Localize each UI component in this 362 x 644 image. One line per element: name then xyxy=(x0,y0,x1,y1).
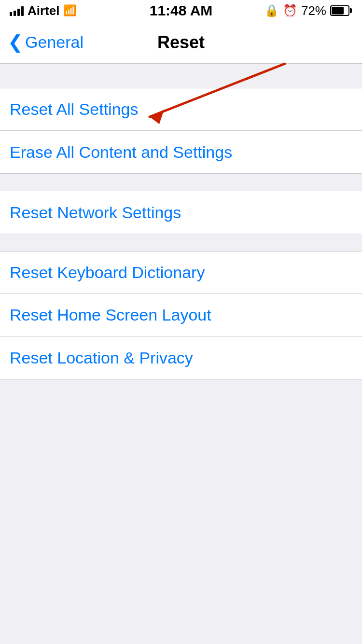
reset-network-label: Reset Network Settings xyxy=(10,203,181,222)
reset-keyboard-item[interactable]: Reset Keyboard Dictionary xyxy=(0,252,362,294)
status-bar: Airtel 📶 11:48 AM 🔒 ⏰ 72% xyxy=(0,0,362,21)
signal-icon xyxy=(10,5,24,16)
status-right: 🔒 ⏰ 72% xyxy=(265,3,352,18)
battery-percent: 72% xyxy=(301,3,326,18)
section-gap-top xyxy=(0,64,362,88)
back-label: General xyxy=(25,33,84,52)
back-button[interactable]: ❮ General xyxy=(8,33,84,52)
reset-home-screen-label: Reset Home Screen Layout xyxy=(10,306,211,324)
reset-all-settings-item[interactable]: Reset All Settings xyxy=(0,88,362,131)
reset-network-item[interactable]: Reset Network Settings xyxy=(0,191,362,234)
erase-all-label: Erase All Content and Settings xyxy=(10,143,232,162)
lock-icon: 🔒 xyxy=(265,4,279,17)
alarm-icon: ⏰ xyxy=(283,4,297,17)
menu-group-3: Reset Keyboard Dictionary Reset Home Scr… xyxy=(0,251,362,379)
menu-group-1: Reset All Settings Erase All Content and… xyxy=(0,88,362,174)
erase-all-item[interactable]: Erase All Content and Settings xyxy=(0,131,362,173)
clock: 11:48 AM xyxy=(150,2,213,19)
wifi-icon: 📶 xyxy=(63,4,76,17)
section-gap-3 xyxy=(0,234,362,251)
reset-home-screen-item[interactable]: Reset Home Screen Layout xyxy=(0,294,362,336)
battery-icon xyxy=(330,5,352,16)
reset-keyboard-label: Reset Keyboard Dictionary xyxy=(10,263,205,282)
page-title: Reset xyxy=(157,32,205,53)
reset-location-item[interactable]: Reset Location & Privacy xyxy=(0,336,362,379)
carrier-label: Airtel xyxy=(28,3,59,18)
page-background xyxy=(0,379,362,573)
menu-group-2: Reset Network Settings xyxy=(0,191,362,234)
reset-all-settings-label: Reset All Settings xyxy=(10,100,138,119)
chevron-left-icon: ❮ xyxy=(8,33,23,51)
section-gap-2 xyxy=(0,174,362,191)
reset-location-label: Reset Location & Privacy xyxy=(10,349,193,367)
navigation-bar: ❮ General Reset xyxy=(0,21,362,64)
status-left: Airtel 📶 xyxy=(10,3,76,18)
